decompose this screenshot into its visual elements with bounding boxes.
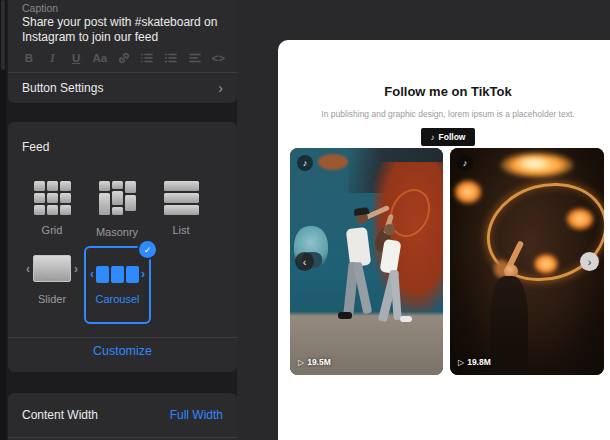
view-count-value: 19.5M [307, 357, 331, 367]
code-icon[interactable]: <> [207, 49, 229, 67]
sidebar-scrollbar-thumb[interactable] [1, 0, 5, 70]
layout-label: Slider [38, 293, 66, 305]
chevron-right-icon: › [141, 267, 145, 281]
feed-panel: Feed Grid Masonry List [8, 122, 237, 372]
customize-link[interactable]: Customize [8, 344, 237, 358]
button-settings-label: Button Settings [22, 81, 103, 95]
feed-section-label: Feed [22, 140, 49, 154]
selected-check-icon: ✓ [137, 239, 158, 260]
button-settings-row[interactable]: Button Settings › [8, 73, 237, 103]
play-icon: ▷ [298, 358, 304, 367]
content-width-panel: Content Width Full Width [8, 393, 237, 440]
carousel-layout-icon: ‹ › [90, 266, 145, 283]
chevron-left-icon: ‹ [26, 262, 30, 276]
layout-label: Grid [42, 224, 63, 236]
follow-button-label: Follow [439, 132, 466, 142]
sidebar-scrollbar[interactable] [0, 0, 6, 440]
caption-label: Caption [22, 2, 58, 14]
align-icon[interactable] [184, 49, 206, 67]
view-count: ▷ 19.8M [458, 357, 491, 367]
masonry-layout-icon [99, 181, 136, 217]
grid-layout-icon [34, 181, 71, 215]
tiktok-logo-icon[interactable]: ♪ [457, 155, 473, 171]
preview-title: Follow me on TikTok [278, 84, 610, 99]
layout-option-list[interactable]: List [149, 181, 213, 236]
divider [8, 437, 237, 438]
tiktok-note-icon: ♪ [431, 133, 435, 142]
layout-option-grid[interactable]: Grid [20, 181, 84, 236]
slider-layout-icon: ‹ › ··· [26, 255, 78, 282]
carousel-prev-button[interactable]: ‹ [295, 252, 314, 271]
view-count-value: 19.8M [467, 357, 491, 367]
follow-button[interactable]: ♪ Follow [421, 128, 476, 146]
link-icon[interactable] [113, 49, 135, 67]
divider [8, 337, 237, 338]
slider-dots-icon: ··· [46, 276, 58, 282]
chevron-left-icon: ‹ [90, 267, 94, 281]
layout-label: Carousel [95, 293, 139, 305]
layout-label: List [172, 224, 189, 236]
bold-icon[interactable]: B [18, 49, 40, 67]
underline-icon[interactable]: U [65, 49, 87, 67]
preview-header: Follow me on TikTok In publishing and gr… [278, 40, 610, 146]
play-icon: ▷ [458, 358, 464, 367]
video-card-1[interactable]: ♪ ‹ ▷ 19.5M [290, 148, 443, 375]
layout-option-carousel-selected[interactable]: ✓ ‹ › Carousel [84, 246, 151, 324]
video-card-2[interactable]: ♪ › ▷ 19.8M [450, 148, 604, 375]
carousel-next-button[interactable]: › [580, 252, 599, 271]
chevron-right-icon: › [218, 81, 223, 95]
layout-option-masonry[interactable]: Masonry [85, 181, 149, 238]
italic-icon[interactable]: I [42, 49, 64, 67]
richtext-toolbar: B I U Aa <> [18, 48, 229, 68]
view-count: ▷ 19.5M [298, 357, 331, 367]
chevron-right-icon: › [74, 262, 78, 276]
content-width-row[interactable]: Content Width Full Width [8, 402, 237, 428]
preview-subtitle: In publishing and graphic design, lorem … [278, 109, 610, 119]
ordered-list-icon[interactable] [136, 49, 158, 67]
content-width-value[interactable]: Full Width [170, 408, 223, 422]
layout-label: Masonry [96, 226, 138, 238]
list-layout-icon [164, 181, 199, 215]
widget-editor-app: Caption Share your post with #skateboard… [0, 0, 610, 440]
caption-input[interactable]: Share your post with #skateboard on Inst… [22, 15, 224, 45]
layout-option-slider[interactable]: ‹ › ··· Slider [20, 255, 84, 305]
tiktok-logo-icon[interactable]: ♪ [297, 155, 313, 171]
unordered-list-icon[interactable] [160, 49, 182, 67]
content-width-label: Content Width [22, 408, 98, 422]
caption-panel: Caption Share your post with #skateboard… [8, 0, 237, 103]
text-style-icon[interactable]: Aa [89, 49, 111, 67]
